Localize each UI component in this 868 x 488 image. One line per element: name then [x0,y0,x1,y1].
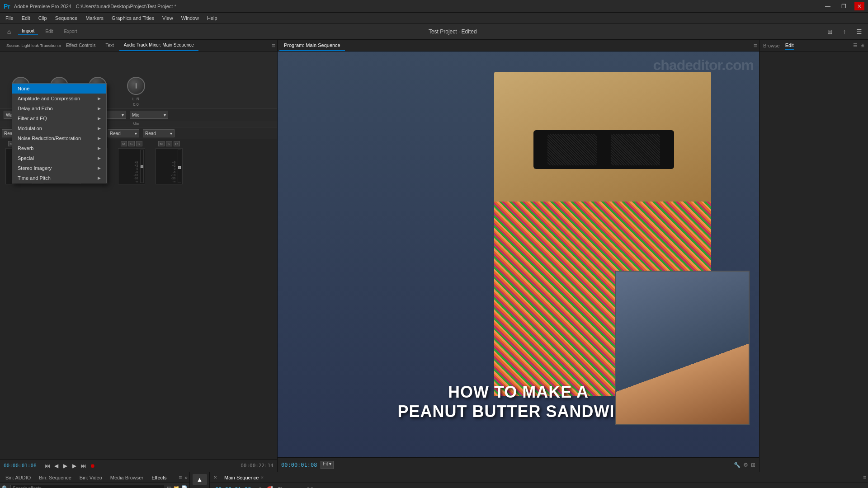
effects-menu-icon[interactable]: ≡ [179,474,182,481]
dropdown-item-noise[interactable]: Noise Reduction/Restoration ▶ [12,133,106,143]
transport-timecode: 00:00:01:08 [4,463,37,469]
step-fwd-btn[interactable]: ▶ [71,462,78,469]
dropdown-item-reverb[interactable]: Reverb ▶ [12,143,106,153]
menu-clip[interactable]: Clip [35,13,51,23]
tab-bin-sequence[interactable]: Bin: Sequence [35,474,75,482]
timeline-sequence-tab[interactable]: Main Sequence ✕ [221,474,268,482]
audio-mixer-content: None Amplitude and Compression ▶ Delay a… [0,52,277,459]
read-dropdown-5[interactable]: Read ▾ [143,129,175,137]
zoom-dropdown[interactable]: Fit ▾ [321,461,334,469]
fader-handle-4[interactable] [141,165,143,168]
home-btn[interactable]: ⌂ [4,26,14,37]
tab-bin-audio[interactable]: Bin: AUDIO [2,474,34,482]
go-end-btn[interactable]: ⏭ [80,462,87,469]
maximize-btn[interactable]: ❐ [839,2,849,10]
tab-edit[interactable]: Edit [785,41,794,50]
add-folder-icon[interactable]: 📁 [173,485,179,488]
eg-content [760,52,868,472]
tab-effect-controls[interactable]: Effect Controls [61,40,100,51]
menu-file[interactable]: File [2,13,17,23]
tab-source[interactable]: Source: Light leak Transition.mp4 [2,40,61,51]
dropdown-item-time-pitch[interactable]: Time and Pitch ▶ [12,173,106,183]
menu-window[interactable]: Window [178,13,203,23]
play-stop-btn[interactable]: ▶ [62,462,69,469]
window-controls[interactable]: — ❐ ✕ [822,2,864,10]
dropdown-item-none[interactable]: None [12,84,106,94]
menu-markers[interactable]: Markers [82,13,107,23]
program-menu-icon[interactable]: ≡ [754,42,757,49]
dropdown-item-modulation[interactable]: Modulation ▶ [12,123,106,133]
tab-bin-video[interactable]: Bin: Video [76,474,106,482]
menu-sequence[interactable]: Sequence [52,13,81,23]
close-btn[interactable]: ✕ [854,2,864,10]
dropdown-item-amplitude[interactable]: Amplitude and Compression ▶ [12,94,106,103]
mute-btn-5[interactable]: M [158,141,165,146]
go-start-btn[interactable]: ⏮ [44,462,51,469]
mix-spacer [157,122,191,126]
menu-help[interactable]: Help [203,13,221,23]
dropdown-item-filter[interactable]: Filter and EQ ▶ [12,113,106,123]
main-layout: Source: Light leak Transition.mp4 Effect… [0,40,868,472]
panel-menu-icon[interactable]: ≡ [272,42,275,49]
tab-effects[interactable]: Effects [148,474,170,482]
timeline-menu-icon[interactable]: ≡ [863,474,866,481]
close-tab-icon[interactable]: ✕ [212,474,219,481]
toolbar-icon-1[interactable]: ⊞ [825,26,835,37]
tl-link-sel[interactable]: ⛓ [275,485,284,488]
add-item-icon[interactable]: 📄 [181,485,188,488]
solo-btn-5[interactable]: S [166,141,172,146]
dropdown-item-special[interactable]: Special ▶ [12,153,106,163]
solo-btn-4[interactable]: S [128,141,135,146]
menu-view[interactable]: View [159,13,177,23]
wave-dropdown-4[interactable]: Mix ▾ [130,111,168,119]
effects-expand-icon[interactable]: » [184,474,188,481]
toolbar-icon-2[interactable]: ↑ [839,26,850,37]
fader-5[interactable] [178,150,181,183]
settings-icon[interactable]: ⚙ [743,462,748,468]
fullscreen-icon[interactable]: ⊞ [751,462,755,468]
channel-4-value: 0.0 [133,102,139,107]
fader-track-5[interactable] [178,150,181,183]
tab-program[interactable]: Program: Main Sequence [279,40,345,51]
menu-graphics[interactable]: Graphics and Titles [108,13,158,23]
list-view-icon[interactable]: ☰ [853,42,858,48]
effects-view-btns: ▤ 📁 📄 [167,485,188,488]
toolbar-export-tab[interactable]: Export [61,28,81,35]
mute-btn-4[interactable]: M [121,141,127,146]
menu-edit[interactable]: Edit [18,13,34,23]
read-dropdown-4[interactable]: Read ▾ [108,129,139,137]
wrench-icon[interactable]: 🔧 [734,462,741,468]
tab-text[interactable]: Text [101,40,118,51]
toolbar-import-tab[interactable]: Import [18,28,38,35]
sequence-close-btn[interactable]: ✕ [260,475,264,480]
fader-handle-5[interactable] [178,166,181,169]
tab-browse[interactable]: Browse [763,42,780,50]
program-monitor-panel: Program: Main Sequence ≡ [278,40,760,472]
tab-audio-mixer[interactable]: Audio Track Mixer: Main Sequence [119,40,198,51]
tab-media-browser[interactable]: Media Browser [107,474,147,482]
tl-add-markers[interactable]: ⊕ [255,485,264,488]
tl-captions[interactable]: CC [305,485,314,488]
record-btn-5[interactable]: R [174,141,180,146]
effects-search-input[interactable] [10,485,165,488]
fader-4[interactable] [140,150,144,183]
dropdown-item-stereo[interactable]: Stereo Imagery ▶ [12,163,106,173]
minimize-btn[interactable]: — [822,2,833,10]
toolbar-icon-3[interactable]: ☰ [854,26,864,37]
tl-add-edit[interactable]: + [285,485,294,488]
dropdown-item-delay[interactable]: Delay and Echo ▶ [12,103,106,113]
grid-view-icon[interactable]: ⊞ [860,42,864,48]
list-icon[interactable]: ▤ [167,485,171,488]
record-btn-4[interactable]: R [136,141,142,146]
toolbar-edit-tab[interactable]: Edit [42,28,57,35]
loop-btn[interactable]: ⏺ [89,462,96,469]
tool-forward-select[interactable]: ▷ [193,486,207,488]
effects-panel: Bin: AUDIO Bin: Sequence Bin: Video Medi… [0,472,190,488]
tl-effects[interactable]: ✦ [295,485,304,488]
fader-track-4[interactable] [140,150,144,183]
tools-panel: ▲ ▷ ⬚ ⊟ ⊕ ✂ ↔ ⇔ ✏ ✋ 🔍 T [190,472,210,488]
tl-snap[interactable]: 🧲 [265,485,274,488]
tool-select[interactable]: ▲ [193,474,207,485]
channel-4-knob[interactable] [127,77,145,95]
step-back-btn[interactable]: ◀ [53,462,60,469]
